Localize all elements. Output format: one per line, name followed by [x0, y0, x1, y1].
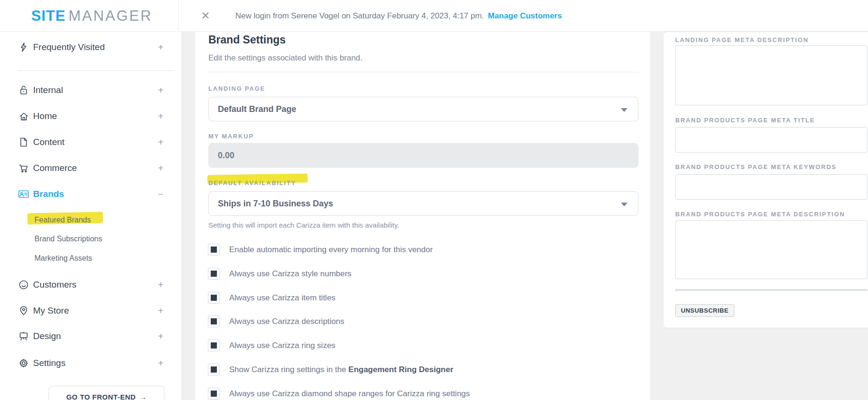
checkbox-row-ring-designer: Show Carizza ring settings in the Engage…: [208, 364, 453, 375]
checkbox-row-ring-sizes: Always use Carizza ring sizes: [208, 340, 335, 351]
landing-meta-description-textarea[interactable]: [675, 45, 868, 105]
sidebar-item-brands[interactable]: Brands −: [0, 186, 182, 202]
arrow-right-icon: →: [139, 393, 147, 400]
sidebar-subitem-featured-brands[interactable]: Featured Brands: [0, 214, 182, 226]
checkbox[interactable]: [208, 268, 220, 280]
default-availability-label: DEFAULT AVAILABILITY: [208, 179, 296, 187]
checkbox-checked-mark: [211, 318, 217, 324]
products-meta-title-input[interactable]: [675, 127, 868, 153]
sidebar-item-label: Commerce: [33, 163, 77, 173]
logo-manager: MANAGER: [69, 8, 153, 25]
home-icon: [18, 111, 29, 122]
sidebar-item-label: My Store: [33, 306, 69, 316]
checkbox[interactable]: [208, 364, 220, 375]
sidebar-item-commerce[interactable]: Commerce +: [0, 160, 182, 176]
checkbox-checked-mark: [211, 342, 217, 349]
chevron-down-icon: [621, 203, 627, 206]
sidebar-subitem-label: Marketing Assets: [34, 254, 92, 263]
manage-customers-link[interactable]: Manage Customers: [488, 11, 562, 21]
default-availability-select[interactable]: Ships in 7-10 Business Days: [208, 191, 638, 216]
sidebar-subitem-marketing-assets[interactable]: Marketing Assets: [0, 252, 182, 264]
notification-bar: New login from Serene Vogel on Saturday …: [235, 0, 562, 32]
my-markup-value: 0.00: [218, 151, 234, 161]
checkbox-row-descriptions: Always use Carizza descriptions: [208, 315, 344, 327]
expand-plus-icon[interactable]: +: [156, 163, 165, 174]
expand-plus-icon[interactable]: +: [156, 331, 165, 342]
lock-icon: [18, 85, 29, 96]
products-meta-description-label: BRAND PRODUCTS PAGE META DESCRIPTION: [675, 211, 845, 218]
close-icon[interactable]: ✕: [198, 8, 213, 23]
meta-settings-panel: LANDING PAGE META DESCRIPTION BRAND PROD…: [663, 32, 868, 328]
brand-settings-panel: Brand Settings Edit the settings associa…: [195, 32, 650, 400]
sidebar-item-internal[interactable]: Internal +: [0, 82, 182, 98]
expand-plus-icon[interactable]: +: [156, 137, 165, 148]
sidebar: Frequently Visited + Internal + Home + C…: [0, 32, 182, 400]
header-divider: [178, 0, 179, 32]
products-meta-keywords-label: BRAND PRODUCTS PAGE META KEYWORDS: [675, 163, 837, 170]
sidebar-item-label: Settings: [33, 358, 66, 368]
landing-meta-description-label: LANDING PAGE META DESCRIPTION: [675, 36, 808, 43]
checkbox[interactable]: [208, 315, 220, 327]
sidebar-subitem-brand-subscriptions[interactable]: Brand Subscriptions: [0, 233, 182, 245]
expand-plus-icon[interactable]: +: [156, 280, 165, 290]
sidebar-item-label: Home: [33, 111, 57, 121]
checkbox[interactable]: [208, 244, 220, 255]
checkbox-checked-mark: [211, 391, 217, 397]
sidebar-item-settings[interactable]: Settings +: [0, 355, 182, 371]
sidebar-subitem-label: Featured Brands: [34, 216, 91, 224]
expand-plus-icon[interactable]: +: [156, 306, 165, 316]
checkbox-checked-mark: [211, 366, 217, 373]
products-meta-title-label: BRAND PRODUCTS PAGE META TITLE: [675, 117, 815, 124]
products-meta-description-textarea[interactable]: [675, 220, 868, 279]
document-icon: [18, 136, 29, 148]
my-markup-label: MY MARKUP: [208, 133, 254, 140]
sidebar-item-content[interactable]: Content +: [0, 134, 182, 150]
notification-text: New login from Serene Vogel on Saturday …: [235, 11, 484, 21]
pin-icon: [18, 305, 29, 316]
expand-plus-icon[interactable]: +: [156, 42, 165, 53]
unsubscribe-label: UNSUBSCRIBE: [681, 307, 729, 314]
landing-page-label: LANDING PAGE: [208, 85, 265, 92]
unsubscribe-button[interactable]: UNSUBSCRIBE: [675, 304, 734, 317]
go-to-frontend-label: GO TO FRONT-END: [66, 393, 136, 400]
smiley-icon: [18, 279, 29, 290]
expand-plus-icon[interactable]: +: [156, 358, 165, 369]
page-subtitle: Edit the settings associated with this b…: [208, 53, 362, 63]
checkbox-label: Always use Carizza ring sizes: [229, 341, 335, 350]
checkbox-checked-mark: [211, 271, 217, 277]
checkbox[interactable]: [208, 388, 220, 400]
sidebar-item-frequently-visited[interactable]: Frequently Visited +: [0, 39, 182, 55]
sidebar-item-home[interactable]: Home +: [0, 108, 182, 124]
checkbox-row-diamond-shapes: Always use Carizza diamond shape ranges …: [208, 388, 470, 400]
go-to-frontend-button[interactable]: GO TO FRONT-END →: [49, 386, 164, 400]
checkbox-checked-mark: [211, 295, 217, 301]
sidebar-item-label: Content: [33, 137, 65, 147]
sidebar-item-label: Customers: [33, 280, 77, 290]
sidebar-item-customers[interactable]: Customers +: [0, 277, 182, 293]
checkbox[interactable]: [208, 292, 220, 304]
expand-plus-icon[interactable]: +: [156, 85, 165, 96]
availability-helper-text: Setting this will import each Carizza it…: [208, 221, 399, 229]
sidebar-item-label: Internal: [33, 85, 63, 95]
products-meta-keywords-input[interactable]: [675, 174, 868, 200]
checkbox-label: Always use Carizza item titles: [229, 293, 335, 303]
landing-page-select[interactable]: Default Brand Page: [208, 97, 638, 121]
my-markup-input[interactable]: 0.00: [208, 143, 638, 168]
top-header: SITE MANAGER ✕ New login from Serene Vog…: [0, 0, 868, 32]
sidebar-item-label: Design: [33, 331, 61, 341]
checkbox-label: Show Carizza ring settings in the Engage…: [229, 365, 453, 374]
checkbox-label: Enable automatic importing every morning…: [229, 245, 433, 255]
checkbox-label: Always use Carizza diamond shape ranges …: [229, 389, 470, 399]
landing-page-value: Default Brand Page: [218, 104, 296, 114]
checkbox-checked-mark: [211, 247, 217, 253]
section-divider: [208, 72, 638, 72]
expand-plus-icon[interactable]: +: [156, 111, 165, 122]
page-title: Brand Settings: [208, 34, 286, 46]
checkbox[interactable]: [208, 340, 220, 351]
gear-icon: [18, 357, 29, 369]
checkbox-row-auto-import: Enable automatic importing every morning…: [208, 244, 433, 255]
collapse-minus-icon[interactable]: −: [156, 189, 165, 200]
sidebar-subitem-label: Brand Subscriptions: [34, 235, 102, 243]
sidebar-item-design[interactable]: Design +: [0, 328, 182, 344]
sidebar-item-my-store[interactable]: My Store +: [0, 303, 182, 319]
